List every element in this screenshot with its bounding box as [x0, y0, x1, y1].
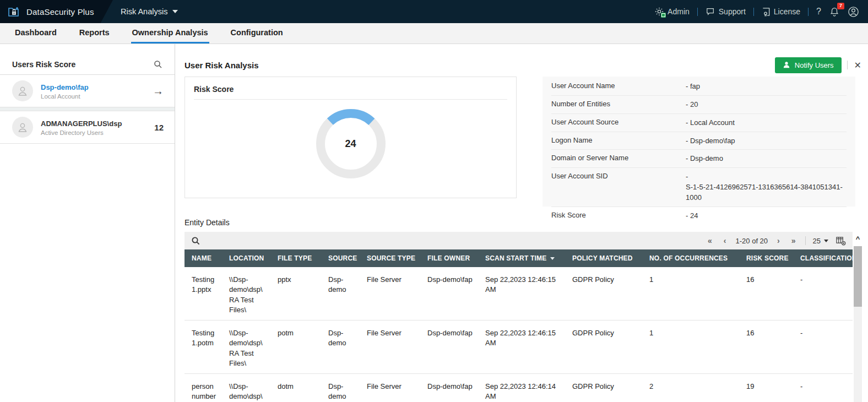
- column-header-source-type[interactable]: SOURCE TYPE: [360, 249, 420, 267]
- pagination-last-button[interactable]: »: [789, 236, 798, 246]
- user-account-type: Active Directory Users: [41, 129, 147, 136]
- module-selector[interactable]: Risk Analysis: [121, 7, 178, 16]
- table-scrollbar[interactable]: ^: [853, 234, 862, 402]
- column-header-classification[interactable]: CLASSIFICATION: [793, 249, 853, 267]
- pagination-prev-button[interactable]: ‹: [721, 236, 729, 246]
- scrollbar-thumb[interactable]: [854, 246, 862, 307]
- arrow-right-icon[interactable]: →: [153, 85, 164, 97]
- top-nav: Admin Support License ?: [654, 6, 868, 18]
- table-row[interactable]: person number - \\Dsp-demo\dsp\RA Test F…: [185, 373, 853, 402]
- help-icon[interactable]: ?: [816, 7, 821, 17]
- column-header-name[interactable]: NAME: [185, 249, 222, 267]
- license-icon: [762, 7, 771, 17]
- tab-ownership-analysis[interactable]: Ownership Analysis: [131, 23, 209, 44]
- entity-table-toolbar: « ‹ 1-20 of 20 › » 25: [185, 232, 853, 249]
- user-info: Dsp-demo\fap Local Account: [41, 82, 145, 100]
- divider: [808, 8, 809, 16]
- divider: [753, 8, 754, 16]
- notification-count-badge: 7: [837, 3, 844, 9]
- detail-label: User Account Name: [551, 82, 686, 90]
- user-avatar-icon[interactable]: [848, 6, 859, 18]
- app-logo-folder-lock-icon: [8, 6, 21, 18]
- main-panel: User Risk Analysis Notify Users ✕ Risk S…: [175, 44, 868, 402]
- cell-occurrences: 1: [642, 267, 739, 320]
- detail-row: Domain or Server Name - Dsp-demo: [551, 150, 847, 168]
- pagination-next-button[interactable]: ›: [775, 236, 782, 246]
- tab-dashboard[interactable]: Dashboard: [14, 23, 58, 44]
- detail-label: Domain or Server Name: [551, 154, 686, 162]
- gear-icon: [654, 7, 664, 17]
- column-header-scan-start-time[interactable]: SCAN START TIME: [478, 249, 565, 267]
- top-bar: DataSecurity Plus Risk Analysis Admin Su…: [0, 0, 868, 23]
- cell-classification: -: [793, 373, 853, 402]
- scroll-up-icon[interactable]: ^: [853, 234, 862, 244]
- license-menu[interactable]: License: [762, 7, 800, 17]
- column-header-file-type[interactable]: FILE TYPE: [270, 249, 321, 267]
- admin-menu[interactable]: Admin: [654, 7, 690, 17]
- search-icon[interactable]: [154, 60, 162, 69]
- user-name: ADMANAGERPLUS\dsp: [41, 118, 147, 129]
- divider: [847, 61, 848, 69]
- user-risk-score: 12: [154, 123, 164, 132]
- pagination-first-button[interactable]: «: [706, 236, 714, 246]
- user-list-item-dsp-demo-fap[interactable]: Dsp-demo\fap Local Account →: [0, 75, 175, 107]
- divider: [0, 107, 175, 111]
- risk-score-card-title: Risk Score: [185, 77, 516, 99]
- support-menu[interactable]: Support: [706, 7, 746, 16]
- column-header-file-owner[interactable]: FILE OWNER: [420, 249, 478, 267]
- cell-location: \\Dsp-demo\dsp\RA Test Files\: [222, 267, 270, 320]
- chevron-down-icon: [824, 240, 828, 242]
- sidebar-header: Users Risk Score: [0, 55, 175, 75]
- chat-icon: [706, 7, 715, 16]
- notify-users-button[interactable]: Notify Users: [775, 57, 842, 73]
- cell-file-owner: Dsp-demo\fap: [420, 373, 478, 402]
- page-size-dropdown[interactable]: 25: [813, 237, 828, 245]
- risk-score-value: 24: [345, 138, 356, 150]
- user-avatar: [12, 117, 33, 138]
- license-label: License: [774, 7, 800, 16]
- tab-reports[interactable]: Reports: [78, 23, 111, 44]
- column-header-occurrences[interactable]: NO. OF OCCURRENCES: [642, 249, 739, 267]
- detail-row: User Account Name - fap: [551, 78, 847, 96]
- column-header-location[interactable]: LOCATION: [222, 249, 270, 267]
- sidebar-title: Users Risk Score: [12, 60, 75, 69]
- cell-scan-start-time: Sep 22,2023 12:46:14 AM: [478, 373, 565, 402]
- entity-details-table: NAME LOCATION FILE TYPE SOURCE SOURCE TY…: [185, 249, 853, 402]
- app-title: DataSecurity Plus: [26, 7, 94, 17]
- user-avatar: [12, 80, 33, 101]
- tab-configuration[interactable]: Configuration: [230, 23, 284, 44]
- detail-label: Logon Name: [551, 136, 686, 144]
- notifications-bell-icon[interactable]: 7: [829, 7, 839, 17]
- detail-row: User Account Source - Local Account: [551, 114, 847, 132]
- cell-file-type: pptx: [270, 267, 321, 320]
- column-header-risk-score[interactable]: RISK SCORE: [739, 249, 793, 267]
- column-header-policy-matched[interactable]: POLICY MATCHED: [565, 249, 642, 267]
- cell-file-type: dotm: [270, 373, 321, 402]
- cell-scan-start-time: Sep 22,2023 12:46:15 AM: [478, 267, 565, 320]
- cell-location: \\Dsp-demo\dsp\RA Test Files\: [222, 320, 270, 373]
- cell-scan-start-time: Sep 22,2023 12:46:15 AM: [478, 320, 565, 373]
- table-row[interactable]: Testing 1.pptx \\Dsp-demo\dsp\RA Test Fi…: [185, 267, 853, 320]
- pagination-range: 1-20 of 20: [736, 237, 768, 245]
- notify-person-icon: [783, 61, 790, 69]
- risk-score-card: Risk Score 24: [185, 77, 517, 198]
- column-header-source[interactable]: SOURCE: [321, 249, 360, 267]
- cell-source: Dsp-demo: [321, 267, 360, 320]
- detail-label: User Account SID: [551, 172, 686, 180]
- sort-desc-icon: [550, 257, 555, 260]
- scrollbar-track[interactable]: [854, 246, 862, 402]
- detail-label: User Account Source: [551, 118, 686, 126]
- detail-label: Number of Entities: [551, 100, 686, 108]
- user-list-item-admanagerplus-dsp[interactable]: ADMANAGERPLUS\dsp Active Directory Users…: [0, 111, 175, 144]
- detail-label: Risk Score: [551, 211, 686, 219]
- cell-name: person number -: [185, 373, 222, 402]
- table-search-icon[interactable]: [191, 236, 200, 246]
- user-name: Dsp-demo\fap: [41, 82, 145, 93]
- column-chooser-icon[interactable]: [836, 236, 846, 246]
- cell-classification: -: [793, 320, 853, 373]
- close-icon[interactable]: ✕: [853, 60, 862, 70]
- main-header: User Risk Analysis Notify Users ✕: [185, 57, 868, 73]
- cell-source-type: File Server: [360, 373, 420, 402]
- admin-export-badge: [661, 13, 666, 18]
- table-row[interactable]: Testing 1.potm \\Dsp-demo\dsp\RA Test Fi…: [185, 320, 853, 373]
